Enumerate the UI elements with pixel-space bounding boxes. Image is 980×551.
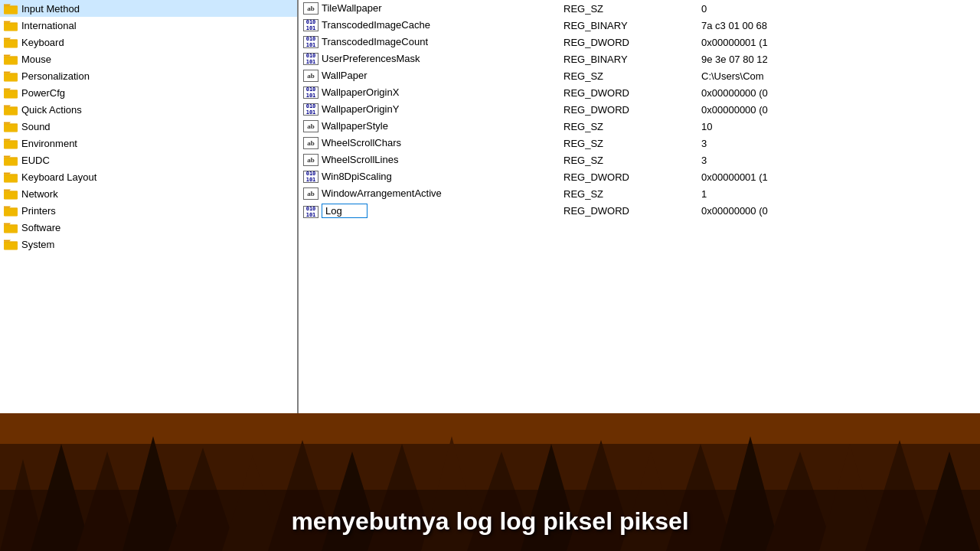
value-name: abTileWallpaper — [299, 0, 559, 17]
table-row[interactable]: 010101TranscodedImageCacheREG_BINARY7a c… — [299, 17, 980, 34]
value-name-text: TranscodedImageCache — [322, 19, 430, 31]
tree-item[interactable]: Quick Actions — [0, 101, 297, 118]
bin-icon: 010101 — [303, 206, 318, 218]
folder-icon — [3, 154, 18, 166]
value-name: abWheelScrollChars — [299, 135, 559, 152]
table-row[interactable]: abWallpaperStyleREG_SZ10 — [299, 118, 980, 135]
value-data: 0x00000000 (0 — [697, 101, 980, 118]
tree-item[interactable]: Environment — [0, 135, 297, 152]
tree-item-label: Printers — [21, 205, 56, 217]
tree-item[interactable]: PowerCfg — [0, 84, 297, 101]
bin-icon: 010101 — [303, 103, 318, 116]
value-name-text: WallpaperOriginY — [322, 103, 399, 115]
table-row[interactable]: 010101WallpaperOriginXREG_DWORD0x0000000… — [299, 84, 980, 101]
folder-icon — [3, 221, 18, 233]
value-type: REG_SZ — [559, 135, 697, 152]
ab-icon: ab — [303, 2, 318, 15]
svg-rect-10 — [4, 41, 18, 47]
ab-icon: ab — [303, 154, 318, 166]
table-row[interactable]: 010101TranscodedImageCountREG_DWORD0x000… — [299, 34, 980, 51]
value-data: 7a c3 01 00 68 — [697, 17, 980, 34]
subtitle-text: menyebutnya log log piksel piksel — [291, 507, 688, 536]
tree-item[interactable]: Keyboard Layout — [0, 168, 297, 185]
value-type: REG_DWORD — [559, 168, 697, 185]
table-row[interactable]: 010101WallpaperOriginYREG_DWORD0x0000000… — [299, 101, 980, 118]
folder-icon — [3, 120, 18, 132]
tree-item[interactable]: Input Method — [0, 0, 297, 17]
table-row[interactable]: abWheelScrollCharsREG_SZ3 — [299, 135, 980, 152]
value-name: abWindowArrangementActive — [299, 185, 559, 202]
tree-item[interactable]: System — [0, 236, 297, 253]
svg-marker-15 — [4, 55, 11, 57]
ab-icon: ab — [303, 137, 318, 149]
tree-item[interactable]: Sound — [0, 118, 297, 135]
value-name-text: Win8DpiScaling — [322, 171, 392, 182]
table-row[interactable]: 010101LogREG_DWORD0x00000000 (0 — [299, 202, 980, 220]
value-data: 1 — [697, 185, 980, 202]
table-row[interactable]: 010101Win8DpiScalingREG_DWORD0x00000001 … — [299, 168, 980, 185]
tree-item-label: PowerCfg — [21, 87, 65, 99]
bin-icon: 010101 — [303, 171, 318, 183]
table-row[interactable]: 010101UserPreferencesMaskREG_BINARY9e 3e… — [299, 51, 980, 67]
svg-marker-59 — [4, 240, 11, 242]
value-type: REG_DWORD — [559, 101, 697, 118]
value-name-text: WindowArrangementActive — [322, 187, 442, 199]
value-data: 0 — [697, 0, 980, 17]
value-name-text: TileWallpaper — [322, 2, 382, 14]
tree-item[interactable]: Network — [0, 185, 297, 202]
editing-name-field[interactable]: Log — [322, 204, 368, 218]
folder-icon — [3, 187, 18, 200]
value-name-text: WallPaper — [322, 70, 367, 81]
table-row[interactable]: abTileWallpaperREG_SZ0 — [299, 0, 980, 17]
folder-icon — [3, 137, 18, 149]
value-name-text: WheelScrollLines — [322, 154, 398, 165]
folder-icon — [3, 53, 18, 65]
tree-item-label: Sound — [21, 121, 51, 132]
value-name-text: WheelScrollChars — [322, 137, 401, 148]
value-data: 3 — [697, 135, 980, 152]
tree-item[interactable]: International — [0, 17, 297, 34]
tree-item[interactable]: EUDC — [0, 152, 297, 168]
tree-item[interactable]: Mouse — [0, 51, 297, 67]
svg-marker-47 — [4, 190, 11, 191]
value-name: 010101TranscodedImageCount — [299, 34, 559, 51]
bin-icon: 010101 — [303, 19, 318, 31]
table-row[interactable]: abWindowArrangementActiveREG_SZ1 — [299, 185, 980, 202]
svg-marker-19 — [4, 72, 11, 73]
bin-icon: 010101 — [303, 86, 318, 99]
value-name-text: WallpaperOriginX — [322, 86, 399, 98]
tree-item[interactable]: Personalization — [0, 67, 297, 84]
svg-marker-31 — [4, 122, 11, 124]
tree-item-label: Environment — [21, 138, 77, 149]
svg-marker-39 — [4, 156, 11, 158]
svg-rect-58 — [4, 243, 18, 249]
svg-rect-26 — [4, 108, 18, 115]
tree-item[interactable]: Keyboard — [0, 34, 297, 51]
folder-icon — [3, 86, 18, 99]
value-data: 3 — [697, 152, 980, 168]
tree-item-label: Quick Actions — [21, 104, 82, 116]
folder-icon — [3, 2, 18, 15]
svg-marker-27 — [4, 106, 11, 107]
tree-item-label: System — [21, 239, 54, 250]
svg-marker-7 — [4, 21, 11, 23]
tree-item[interactable]: Printers — [0, 202, 297, 219]
value-type: REG_BINARY — [559, 17, 697, 34]
wallpaper-area: menyebutnya log log piksel piksel — [0, 413, 980, 551]
svg-rect-22 — [4, 91, 18, 98]
value-name: 010101UserPreferencesMask — [299, 51, 559, 67]
svg-rect-38 — [4, 158, 18, 165]
svg-marker-35 — [4, 139, 11, 141]
value-name-text: WallpaperStyle — [322, 120, 388, 132]
svg-marker-23 — [4, 89, 11, 90]
value-data: 0x00000001 (1 — [697, 34, 980, 51]
svg-rect-30 — [4, 125, 18, 132]
tree-item-label: Network — [21, 188, 58, 200]
svg-rect-14 — [4, 57, 18, 64]
tree-item[interactable]: Software — [0, 219, 297, 236]
table-row[interactable]: abWheelScrollLinesREG_SZ3 — [299, 152, 980, 168]
value-data: C:\Users\Com — [697, 67, 980, 84]
value-type: REG_DWORD — [559, 84, 697, 101]
table-row[interactable]: abWallPaperREG_SZC:\Users\Com — [299, 67, 980, 84]
value-type: REG_SZ — [559, 185, 697, 202]
